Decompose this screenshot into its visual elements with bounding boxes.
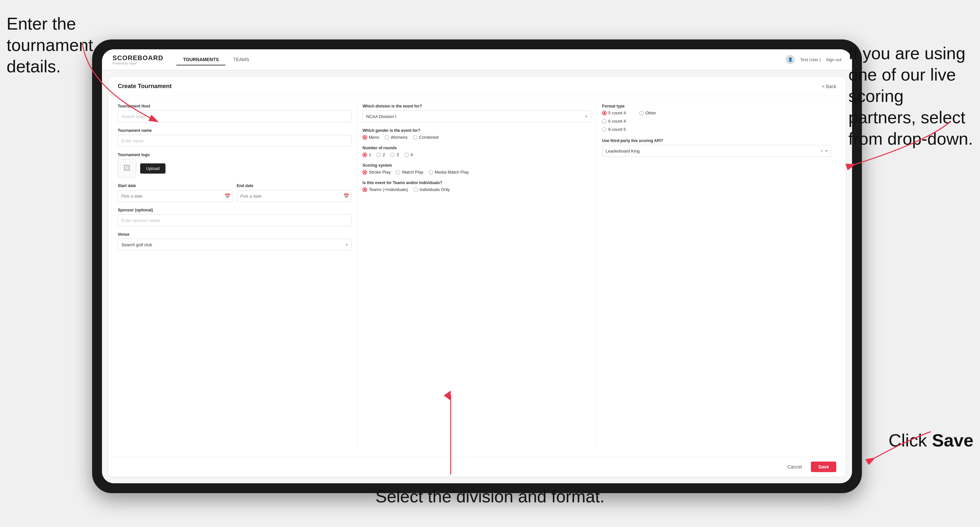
navbar: SCOREBOARD Powered by clippit TOURNAMENT… bbox=[102, 49, 852, 70]
chevron-down-icon[interactable]: ▼ bbox=[825, 149, 828, 153]
signout-button[interactable]: Sign out bbox=[826, 57, 842, 62]
format-5count4[interactable]: 5 count 4 bbox=[602, 111, 626, 115]
rounds-radio-group: 1 2 3 bbox=[363, 152, 591, 157]
format-type-group: Format type 5 count 4 Other bbox=[602, 104, 831, 132]
gender-combined[interactable]: Combined bbox=[413, 135, 439, 140]
format-other-radio[interactable] bbox=[639, 111, 644, 115]
end-date-icon: 📅 bbox=[344, 193, 349, 198]
main-content: Create Tournament < Back Tournament Host… bbox=[102, 70, 852, 483]
division-select[interactable]: NCAA Division I bbox=[363, 111, 591, 122]
end-date-group: End date 📅 bbox=[237, 183, 352, 202]
event-teams[interactable]: Teams (+Individuals) bbox=[363, 187, 408, 192]
tab-tournaments[interactable]: TOURNAMENTS bbox=[176, 54, 225, 65]
event-individuals[interactable]: Individuals Only bbox=[414, 187, 450, 192]
gender-womens-radio[interactable] bbox=[385, 135, 389, 140]
annotation-top-right: If you are using one of our live scoring… bbox=[848, 43, 974, 149]
format-6count4-radio[interactable] bbox=[602, 119, 607, 124]
format-6count4[interactable]: 6 count 4 bbox=[602, 119, 626, 124]
start-date-wrapper: 📅 bbox=[118, 190, 233, 202]
rounds-2-radio[interactable] bbox=[376, 152, 381, 157]
end-date-input[interactable] bbox=[237, 190, 352, 202]
rounds-4-radio[interactable] bbox=[404, 152, 409, 157]
scoring-stroke[interactable]: Stroke Play bbox=[363, 170, 390, 175]
rounds-3[interactable]: 3 bbox=[390, 152, 399, 157]
rounds-4-label: 4 bbox=[410, 152, 413, 157]
gender-mens[interactable]: Mens bbox=[363, 135, 379, 140]
rounds-1-radio[interactable] bbox=[363, 152, 367, 157]
gender-womens[interactable]: Womens bbox=[385, 135, 407, 140]
format-5count4-radio[interactable] bbox=[602, 111, 607, 115]
form-col-1: Tournament Host Tournament name Tourname… bbox=[118, 104, 357, 449]
live-scoring-icons: ✕ ▼ bbox=[821, 149, 828, 153]
start-date-label: Start date bbox=[118, 183, 233, 188]
gender-group: Which gender is the event for? Mens Wome… bbox=[363, 128, 591, 140]
venue-select-wrapper: Search golf club bbox=[118, 239, 352, 251]
event-type-group: Is this event for Teams and/or Individua… bbox=[363, 181, 591, 192]
date-row: Start date 📅 End date bbox=[118, 183, 352, 202]
format-6count5-label: 6 count 5 bbox=[608, 127, 626, 132]
division-select-wrapper: NCAA Division I bbox=[363, 111, 591, 122]
navbar-right: 👤 Test User | Sign out bbox=[786, 55, 842, 64]
live-scoring-group: Use third-party live scoring API? Leader… bbox=[602, 138, 831, 157]
scoring-match-radio[interactable] bbox=[396, 170, 400, 175]
venue-select[interactable]: Search golf club bbox=[118, 239, 352, 251]
upload-button[interactable]: Upload bbox=[140, 163, 165, 174]
live-scoring-input[interactable]: Leaderboard King ✕ ▼ bbox=[602, 145, 831, 157]
scoring-medal-radio[interactable] bbox=[429, 170, 433, 175]
save-button[interactable]: Save bbox=[811, 462, 836, 472]
format-6count5[interactable]: 6 count 5 bbox=[602, 127, 626, 132]
scoring-stroke-radio[interactable] bbox=[363, 170, 367, 175]
tournament-host-input[interactable] bbox=[118, 111, 352, 122]
start-date-input[interactable] bbox=[118, 190, 233, 202]
tab-teams[interactable]: TEAMS bbox=[227, 54, 256, 65]
form-title: Create Tournament bbox=[118, 83, 172, 90]
gender-mens-radio[interactable] bbox=[363, 135, 367, 140]
scoring-stroke-label: Stroke Play bbox=[369, 170, 390, 175]
rounds-3-radio[interactable] bbox=[390, 152, 395, 157]
scoring-label: Scoring system bbox=[363, 163, 591, 168]
form-header: Create Tournament < Back bbox=[108, 77, 845, 96]
gender-mens-label: Mens bbox=[369, 135, 379, 140]
app-logo: SCOREBOARD Powered by clippit bbox=[113, 54, 163, 65]
format-6count4-label: 6 count 4 bbox=[608, 119, 626, 124]
annotation-bottom-right: Click Save bbox=[889, 429, 974, 452]
tournament-name-input[interactable] bbox=[118, 135, 352, 147]
form-footer: Cancel Save bbox=[108, 457, 845, 477]
scoring-radio-group: Stroke Play Match Play Medal Match Play bbox=[363, 170, 591, 175]
logo-placeholder: 🖼 bbox=[118, 159, 136, 178]
rounds-4[interactable]: 4 bbox=[404, 152, 413, 157]
rounds-2-label: 2 bbox=[383, 152, 385, 157]
division-group: Which division is the event for? NCAA Di… bbox=[363, 104, 591, 122]
date-group: Start date 📅 End date bbox=[118, 183, 352, 202]
tablet-frame: SCOREBOARD Powered by clippit TOURNAMENT… bbox=[92, 40, 862, 493]
annotation-bottom-center: Select the division and format. bbox=[375, 486, 605, 507]
rounds-1[interactable]: 1 bbox=[363, 152, 371, 157]
nav-tabs: TOURNAMENTS TEAMS bbox=[176, 54, 786, 65]
event-type-label: Is this event for Teams and/or Individua… bbox=[363, 181, 591, 185]
format-options: 5 count 4 Other bbox=[602, 111, 831, 132]
gender-radio-group: Mens Womens Combined bbox=[363, 135, 591, 140]
scoring-medal-label: Medal Match Play bbox=[435, 170, 469, 175]
back-button[interactable]: < Back bbox=[822, 84, 836, 89]
rounds-label: Number of rounds bbox=[363, 146, 591, 150]
sponsor-label: Sponsor (optional) bbox=[118, 208, 352, 213]
format-6count5-radio[interactable] bbox=[602, 127, 607, 132]
gender-combined-radio[interactable] bbox=[413, 135, 417, 140]
cancel-button[interactable]: Cancel bbox=[782, 462, 807, 471]
scoring-match[interactable]: Match Play bbox=[396, 170, 423, 175]
event-type-radio-group: Teams (+Individuals) Individuals Only bbox=[363, 187, 591, 192]
rounds-group: Number of rounds 1 2 bbox=[363, 146, 591, 157]
start-date-group: Start date 📅 bbox=[118, 183, 233, 202]
format-row-2: 6 count 4 bbox=[602, 119, 831, 124]
rounds-2[interactable]: 2 bbox=[376, 152, 385, 157]
format-type-label: Format type bbox=[602, 104, 831, 108]
sponsor-input[interactable] bbox=[118, 214, 352, 226]
event-teams-radio[interactable] bbox=[363, 187, 367, 192]
scoring-medal[interactable]: Medal Match Play bbox=[429, 170, 469, 175]
division-label: Which division is the event for? bbox=[363, 104, 591, 108]
format-other[interactable]: Other bbox=[639, 111, 656, 115]
event-individuals-radio[interactable] bbox=[414, 187, 418, 192]
live-scoring-label: Use third-party live scoring API? bbox=[602, 138, 831, 143]
scoring-match-label: Match Play bbox=[402, 170, 423, 175]
clear-icon[interactable]: ✕ bbox=[821, 149, 823, 153]
